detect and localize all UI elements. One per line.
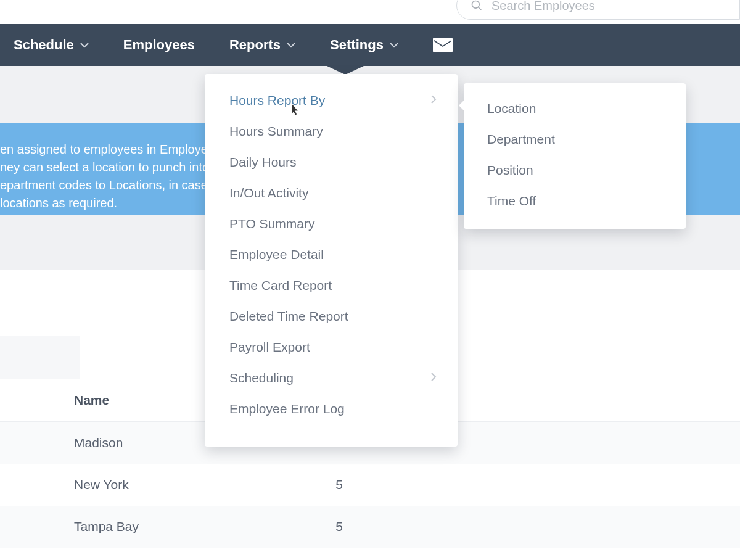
menu-label: Employee Error Log: [229, 401, 345, 416]
submenu-department[interactable]: Department: [464, 124, 686, 155]
table-row[interactable]: Tampa Bay 5: [0, 506, 740, 548]
chevron-right-icon: [430, 94, 437, 107]
top-bar: [0, 0, 740, 24]
submenu-location[interactable]: Location: [464, 93, 686, 124]
menu-label: Deleted Time Report: [229, 309, 348, 324]
menu-label: Employee Detail: [229, 247, 324, 262]
menu-label: Scheduling: [229, 371, 294, 385]
chevron-right-icon: [430, 372, 437, 384]
nav-active-arrow: [327, 66, 364, 75]
svg-point-0: [472, 1, 480, 9]
menu-label: Payroll Export: [229, 340, 310, 355]
search-icon: [471, 0, 483, 12]
menu-label: Time Card Report: [229, 278, 332, 293]
mail-icon: [433, 38, 453, 52]
search-input[interactable]: [491, 0, 739, 13]
hours-report-by-submenu: Location Department Position Time Off: [464, 83, 686, 229]
menu-hours-report-by[interactable]: Hours Report By: [205, 85, 458, 116]
chevron-down-icon: [287, 40, 295, 50]
main-navbar: Schedule Employees Reports Settings: [0, 24, 740, 66]
menu-scheduling[interactable]: Scheduling: [205, 363, 458, 393]
menu-in-out-activity[interactable]: In/Out Activity: [205, 178, 458, 208]
menu-label: Hours Report By: [229, 93, 325, 108]
nav-reports[interactable]: Reports: [229, 24, 295, 66]
menu-label: Hours Summary: [229, 124, 323, 139]
menu-pto-summary[interactable]: PTO Summary: [205, 208, 458, 239]
nav-settings-label: Settings: [330, 37, 384, 53]
menu-label: PTO Summary: [229, 216, 314, 231]
search-field-wrap[interactable]: [456, 0, 740, 20]
nav-employees[interactable]: Employees: [123, 24, 195, 66]
table-row[interactable]: New York 5: [0, 464, 740, 506]
chevron-down-icon: [390, 40, 398, 50]
submenu-time-off[interactable]: Time Off: [464, 186, 686, 216]
nav-schedule-label: Schedule: [14, 37, 74, 53]
menu-label: Daily Hours: [229, 155, 297, 170]
menu-deleted-time-report[interactable]: Deleted Time Report: [205, 301, 458, 332]
menu-hours-summary[interactable]: Hours Summary: [205, 116, 458, 147]
cell-value: 5: [308, 519, 370, 534]
cell-value: 5: [308, 477, 370, 492]
reports-dropdown: Hours Report By Hours Summary Daily Hour…: [205, 74, 458, 447]
nav-employees-label: Employees: [123, 37, 195, 53]
submenu-position[interactable]: Position: [464, 155, 686, 186]
nav-schedule[interactable]: Schedule: [14, 24, 89, 66]
menu-employee-error-log[interactable]: Employee Error Log: [205, 393, 458, 424]
menu-payroll-export[interactable]: Payroll Export: [205, 332, 458, 363]
menu-label: In/Out Activity: [229, 186, 308, 200]
svg-line-1: [479, 7, 482, 10]
nav-mail[interactable]: [433, 24, 453, 66]
menu-daily-hours[interactable]: Daily Hours: [205, 147, 458, 178]
menu-time-card-report[interactable]: Time Card Report: [205, 270, 458, 301]
cell-name: Tampa Bay: [74, 519, 308, 534]
submenu-notch: [459, 99, 465, 112]
nav-settings[interactable]: Settings: [330, 24, 398, 66]
cell-name: New York: [74, 477, 308, 492]
menu-employee-detail[interactable]: Employee Detail: [205, 239, 458, 270]
nav-reports-label: Reports: [229, 37, 281, 53]
tab-block[interactable]: [0, 336, 80, 379]
chevron-down-icon: [80, 40, 89, 50]
